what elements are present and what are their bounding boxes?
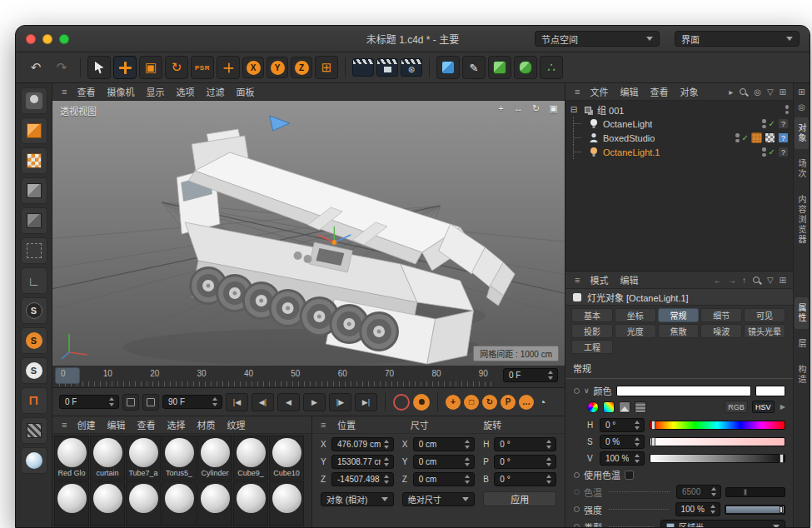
autokey-button[interactable] xyxy=(413,394,430,411)
zoom-icon[interactable]: ↔ xyxy=(513,103,524,114)
up-icon[interactable]: ↑ xyxy=(742,276,746,285)
render-view-button[interactable] xyxy=(352,58,374,77)
points-mode-button[interactable] xyxy=(21,177,47,204)
material-tile[interactable] xyxy=(54,481,89,526)
solo-dish-icon[interactable]: ◔ xyxy=(539,396,545,409)
material-menu-texture[interactable]: 纹理 xyxy=(221,418,251,431)
material-tile[interactable] xyxy=(269,481,304,526)
octane-dark-button[interactable]: S xyxy=(21,297,47,324)
edges-mode-button[interactable] xyxy=(21,207,47,234)
tab-project[interactable]: 工程 xyxy=(571,340,613,354)
undo-button[interactable]: ↶ xyxy=(24,56,47,79)
material-tile[interactable]: Torus5_ xyxy=(162,436,197,481)
record-scale-button[interactable]: □ xyxy=(464,395,479,410)
octane-orange-button[interactable]: S xyxy=(21,327,47,354)
viewport-menu-options[interactable]: 选项 xyxy=(170,85,200,98)
polygons-mode-button[interactable] xyxy=(21,237,47,264)
object-mode-button[interactable] xyxy=(21,117,47,144)
stepper[interactable] xyxy=(710,504,717,515)
object-menu-edit[interactable]: 编辑 xyxy=(614,85,644,98)
panel-menu-icon[interactable]: ≡ xyxy=(570,87,584,97)
size-y-field[interactable]: 0 cm xyxy=(413,455,476,469)
viewport-menu-view[interactable]: 查看 xyxy=(71,85,101,98)
material-tile[interactable] xyxy=(90,481,125,526)
timeline-ticks[interactable]: 0 10 20 30 40 50 60 70 80 90 xyxy=(52,366,500,387)
filter-icon[interactable]: ▽ xyxy=(767,87,774,97)
material-tile[interactable] xyxy=(126,481,161,526)
more-options-icon[interactable]: ▶ xyxy=(780,403,785,411)
stepper[interactable] xyxy=(545,474,553,485)
material-tile[interactable]: Tube7_a xyxy=(126,436,161,481)
enabled-check-icon[interactable]: ✓ xyxy=(769,147,775,157)
material-menu-edit[interactable]: 编辑 xyxy=(101,418,131,431)
chevron-right-icon[interactable]: ▸ xyxy=(729,87,733,97)
scale-tool[interactable]: ▣ xyxy=(139,56,162,79)
start-frame-field[interactable]: 0 F xyxy=(59,395,119,409)
material-tile[interactable]: Cube10 xyxy=(269,436,304,481)
rgb-mode-button[interactable]: RGB xyxy=(725,401,748,413)
tab-lens-flare[interactable]: 镜头光晕 xyxy=(744,324,785,338)
tab-basic[interactable]: 基本 xyxy=(571,308,613,322)
unknown-tag-icon[interactable]: ? xyxy=(778,147,789,157)
fullscreen-button[interactable] xyxy=(59,34,69,44)
y-axis-lock-button[interactable]: Y xyxy=(267,57,288,78)
add-panel-icon[interactable]: ⊞ xyxy=(798,87,805,98)
position-z-field[interactable]: -14507.498 cm xyxy=(331,472,394,486)
material-tile[interactable]: curtain xyxy=(90,436,125,481)
position-y-field[interactable]: 15308.77 cm xyxy=(331,455,394,469)
generator-button[interactable] xyxy=(514,56,537,79)
material-menu-view[interactable]: 查看 xyxy=(131,418,161,431)
back-icon[interactable]: ← xyxy=(714,276,722,285)
live-selection-tool[interactable] xyxy=(87,56,111,79)
spline-pen-button[interactable]: ✎ xyxy=(462,56,486,79)
panel-menu-icon[interactable]: ≡ xyxy=(570,275,584,285)
dock-tab-structure[interactable]: 构造 xyxy=(795,359,809,391)
previous-key-button[interactable]: ◀| xyxy=(252,393,274,411)
record-pla-button[interactable]: … xyxy=(519,395,534,410)
play-button[interactable]: ▶ xyxy=(303,393,326,411)
stepper[interactable] xyxy=(383,474,391,485)
tab-noise[interactable]: 噪波 xyxy=(700,324,742,338)
coordinate-system-button[interactable]: ⊞ xyxy=(315,56,338,79)
keyframe-dot-icon[interactable] xyxy=(574,472,580,478)
target-icon[interactable]: ◎ xyxy=(754,87,761,97)
saturation-slider[interactable] xyxy=(650,437,785,446)
checker-tag-icon[interactable] xyxy=(765,132,775,143)
value-field[interactable]: 100 % xyxy=(600,451,645,466)
plugin-tag-icon[interactable]: ? xyxy=(778,132,789,143)
keyframe-dot-icon[interactable] xyxy=(574,506,580,512)
mixer-icon[interactable] xyxy=(635,401,646,413)
close-button[interactable] xyxy=(26,34,36,44)
size-x-field[interactable]: 0 cm xyxy=(413,437,476,451)
filter-icon[interactable]: ▽ xyxy=(767,276,774,285)
light-type-dropdown[interactable]: 区域光 xyxy=(660,520,785,527)
value-slider[interactable] xyxy=(650,454,785,463)
render-picture-viewer-button[interactable] xyxy=(376,58,398,77)
texture-mode-button[interactable] xyxy=(21,147,47,174)
object-row-group[interactable]: ⊟ 组 001 xyxy=(565,102,793,117)
keyframe-bar-button[interactable] xyxy=(142,394,159,411)
stepper[interactable] xyxy=(464,456,471,467)
octane-light-button[interactable]: S xyxy=(21,357,47,384)
material-tile[interactable] xyxy=(162,481,197,526)
model-mode-button[interactable] xyxy=(21,87,47,114)
stepper[interactable] xyxy=(634,453,641,464)
material-tile[interactable] xyxy=(233,481,268,526)
tab-photometric[interactable]: 光度 xyxy=(615,324,656,338)
size-z-field[interactable]: 0 cm xyxy=(413,472,476,486)
dock-tab-objects[interactable]: 对象 xyxy=(795,117,809,149)
tab-general[interactable]: 常规 xyxy=(658,308,700,322)
enabled-check-icon[interactable]: ✓ xyxy=(769,119,775,128)
rotation-p-field[interactable]: 0 ° xyxy=(494,455,556,469)
tab-coordinates[interactable]: 坐标 xyxy=(615,308,656,322)
attribute-menu-edit[interactable]: 编辑 xyxy=(614,273,644,286)
workplane-mode-button[interactable]: ∟ xyxy=(21,267,47,294)
keyframe-dot-icon[interactable] xyxy=(574,524,580,527)
current-frame-field[interactable]: 0 F xyxy=(503,368,558,382)
pan-icon[interactable]: + xyxy=(496,103,506,114)
sphere-tool-button[interactable] xyxy=(21,447,47,474)
dock-tab-attributes[interactable]: 属性 xyxy=(795,297,809,329)
record-position-button[interactable]: + xyxy=(446,395,461,410)
stepper[interactable] xyxy=(383,439,391,450)
keyframe-dot-icon[interactable] xyxy=(574,388,580,394)
